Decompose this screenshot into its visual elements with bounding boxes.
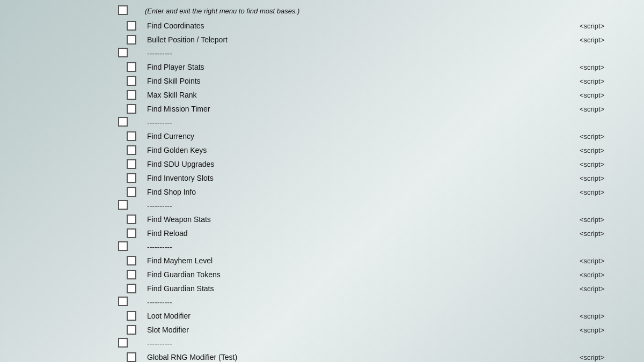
list-item: Find Guardian Tokens<script> bbox=[118, 268, 644, 282]
list-item: Find Coordinates<script> bbox=[118, 19, 644, 33]
item-label: Find Golden Keys bbox=[145, 146, 580, 154]
script-badge[interactable]: <script> bbox=[580, 160, 644, 168]
script-badge[interactable]: <script> bbox=[580, 285, 644, 293]
row-checkbox[interactable] bbox=[127, 228, 136, 238]
script-badge[interactable]: <script> bbox=[580, 105, 644, 113]
script-badge[interactable]: <script> bbox=[580, 230, 644, 238]
row-checkbox[interactable] bbox=[118, 241, 128, 251]
script-badge[interactable]: <script> bbox=[580, 77, 644, 85]
item-label: Find Guardian Stats bbox=[145, 284, 580, 293]
script-badge[interactable]: <script> bbox=[580, 188, 644, 196]
row-checkbox[interactable] bbox=[127, 145, 136, 155]
list-item: Find Skill Points<script> bbox=[118, 74, 644, 88]
checkbox-cell bbox=[118, 35, 145, 45]
list-item: Find Golden Keys<script> bbox=[118, 143, 644, 157]
row-checkbox[interactable] bbox=[127, 173, 136, 183]
checkbox-cell bbox=[118, 187, 145, 197]
checkbox-spacer bbox=[118, 297, 145, 308]
checkbox-spacer bbox=[118, 5, 145, 17]
row-checkbox[interactable] bbox=[127, 131, 136, 141]
checkbox-spacer bbox=[118, 117, 145, 128]
row-checkbox[interactable] bbox=[127, 159, 136, 169]
checkbox-cell bbox=[118, 256, 145, 265]
list-area: (Enter and exit the right menu to find m… bbox=[118, 0, 644, 362]
row-checkbox[interactable] bbox=[127, 76, 136, 86]
separator-text: ---------- bbox=[145, 202, 172, 210]
row-checkbox[interactable] bbox=[127, 352, 136, 362]
script-badge[interactable]: <script> bbox=[580, 312, 644, 320]
item-label: Find Weapon Stats bbox=[145, 215, 580, 224]
checkbox-cell bbox=[118, 90, 145, 100]
separator-row: ---------- bbox=[118, 47, 644, 60]
row-checkbox[interactable] bbox=[127, 35, 136, 45]
row-checkbox[interactable] bbox=[127, 256, 136, 265]
row-checkbox[interactable] bbox=[127, 284, 136, 293]
row-checkbox[interactable] bbox=[127, 311, 136, 321]
item-label: Find Mission Timer bbox=[145, 105, 580, 113]
list-item: Find Reload<script> bbox=[118, 226, 644, 240]
checkbox-cell bbox=[118, 145, 145, 155]
list-item: Find Guardian Stats<script> bbox=[118, 282, 644, 295]
script-badge[interactable]: <script> bbox=[580, 146, 644, 154]
script-badge[interactable]: <script> bbox=[580, 257, 644, 265]
list-item: Find SDU Upgrades<script> bbox=[118, 157, 644, 171]
row-checkbox[interactable] bbox=[127, 90, 136, 100]
row-checkbox[interactable] bbox=[127, 270, 136, 279]
item-label: Find SDU Upgrades bbox=[145, 160, 580, 168]
separator-text: ---------- bbox=[145, 49, 172, 58]
row-checkbox[interactable] bbox=[127, 62, 136, 72]
script-badge[interactable]: <script> bbox=[580, 132, 644, 141]
separator-row: ---------- bbox=[118, 199, 644, 212]
script-badge[interactable]: <script> bbox=[580, 22, 644, 30]
checkbox-spacer bbox=[118, 200, 145, 211]
checkbox-cell bbox=[118, 104, 145, 114]
item-label: Find Inventory Slots bbox=[145, 174, 580, 182]
checkbox-spacer bbox=[118, 338, 145, 349]
row-checkbox[interactable] bbox=[127, 215, 136, 224]
separator-text: ---------- bbox=[145, 298, 172, 307]
checkbox-cell bbox=[118, 325, 145, 335]
separator-row: ---------- bbox=[118, 116, 644, 129]
script-badge[interactable]: <script> bbox=[580, 174, 644, 182]
script-badge[interactable]: <script> bbox=[580, 91, 644, 99]
row-checkbox[interactable] bbox=[118, 5, 128, 15]
script-badge[interactable]: <script> bbox=[580, 216, 644, 224]
list-item: Global RNG Modifier (Test)<script> bbox=[118, 350, 644, 362]
checkbox-cell bbox=[118, 173, 145, 183]
list-item: Bullet Position / Teleport<script> bbox=[118, 33, 644, 47]
checkbox-cell bbox=[118, 76, 145, 86]
row-checkbox[interactable] bbox=[127, 187, 136, 197]
checkbox-cell bbox=[118, 270, 145, 279]
list-item: Slot Modifier<script> bbox=[118, 323, 644, 337]
list-item: Find Weapon Stats<script> bbox=[118, 212, 644, 226]
item-label: Find Mayhem Level bbox=[145, 256, 580, 265]
checkbox-spacer bbox=[118, 241, 145, 253]
row-checkbox[interactable] bbox=[127, 104, 136, 114]
script-badge[interactable]: <script> bbox=[580, 353, 644, 361]
row-checkbox[interactable] bbox=[118, 48, 128, 57]
checkbox-cell bbox=[118, 131, 145, 141]
checkbox-cell bbox=[118, 62, 145, 72]
row-checkbox[interactable] bbox=[127, 21, 136, 31]
checkbox-spacer bbox=[118, 48, 145, 59]
item-label: Find Reload bbox=[145, 229, 580, 238]
list-item: Loot Modifier<script> bbox=[118, 309, 644, 323]
row-checkbox[interactable] bbox=[127, 325, 136, 335]
script-badge[interactable]: <script> bbox=[580, 36, 644, 44]
checkbox-cell bbox=[118, 284, 145, 293]
separator-text: ---------- bbox=[145, 119, 172, 127]
script-badge[interactable]: <script> bbox=[580, 326, 644, 334]
row-checkbox[interactable] bbox=[118, 200, 128, 210]
script-badge[interactable]: <script> bbox=[580, 271, 644, 279]
separator-text: ---------- bbox=[145, 243, 172, 252]
list-item: Find Mayhem Level<script> bbox=[118, 254, 644, 268]
script-badge[interactable]: <script> bbox=[580, 63, 644, 71]
row-checkbox[interactable] bbox=[118, 297, 128, 306]
item-label: Slot Modifier bbox=[145, 326, 580, 334]
checkbox-cell bbox=[118, 352, 145, 362]
row-checkbox[interactable] bbox=[118, 338, 128, 348]
checkbox-cell bbox=[118, 159, 145, 169]
item-label: Bullet Position / Teleport bbox=[145, 35, 580, 44]
checkbox-cell bbox=[118, 215, 145, 224]
row-checkbox[interactable] bbox=[118, 117, 128, 127]
